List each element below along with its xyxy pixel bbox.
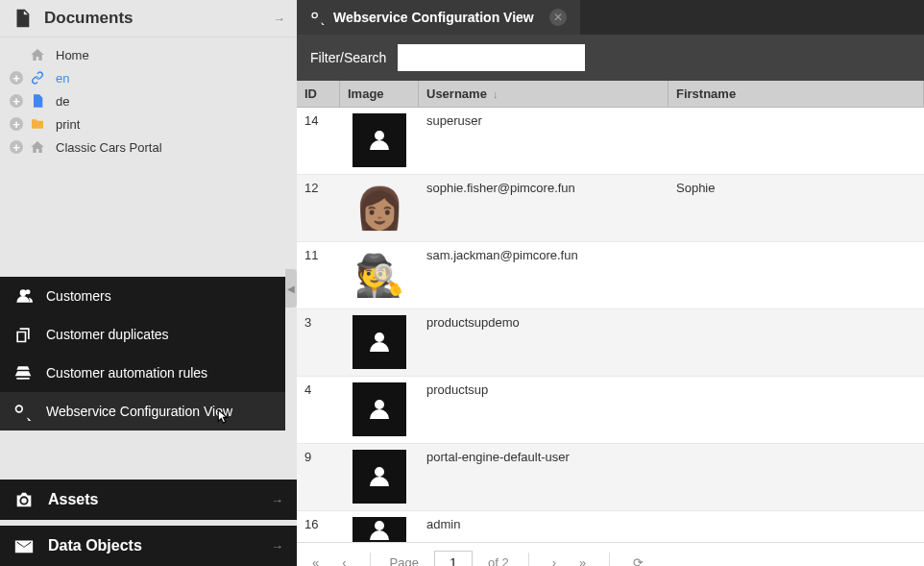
assets-title: Assets [48,491,257,508]
table-row[interactable]: 11 🕵️ sam.jackman@pimcore.fun [297,242,924,309]
tree-expander[interactable]: + [10,94,23,108]
tree-item-label: Home [56,48,89,62]
cell-id: 12 [297,175,340,241]
home-icon [29,138,46,156]
table-header: ID Image Username↓ Firstname [297,81,924,108]
sidebar-item-webservice[interactable]: Webservice Configuration View [0,392,285,431]
table-row[interactable]: 3 productsupdemo [297,309,924,377]
search-input[interactable] [398,44,585,71]
cell-username: portal-engine-default-user [419,444,669,510]
last-page-button[interactable]: » [575,554,590,567]
tree-expander[interactable]: + [10,117,23,131]
avatar [353,113,406,167]
document-icon [12,8,33,29]
tree-expander[interactable]: + [10,71,23,85]
assets-panel-header[interactable]: Assets → [0,480,297,520]
cell-firstname [669,444,924,510]
sidebar-collapse-handle[interactable]: ◀ [285,269,297,308]
tree-item-label: Classic Cars Portal [56,140,162,155]
cell-username: admin [419,511,669,542]
page-input[interactable] [434,551,473,566]
table-row[interactable]: 16 admin [297,511,924,542]
cell-firstname [669,108,924,174]
sidebar-item-automation[interactable]: Customer automation rules [0,354,285,392]
tree-item-de[interactable]: + de [10,89,287,112]
data-objects-title: Data Objects [48,537,257,554]
cell-image [340,511,419,542]
cell-image [340,108,419,174]
arrow-right-icon[interactable]: → [271,493,283,507]
cell-id: 9 [297,444,340,510]
sidebar-item-label: Webservice Configuration View [46,404,232,419]
link-icon [29,69,46,86]
folder-icon [29,115,46,133]
avatar: 🕵️ [353,248,406,302]
next-page-button[interactable]: › [548,554,560,567]
sidebar-dark-menu: Customers Customer duplicates Customer a… [0,277,285,431]
column-header-id[interactable]: ID [297,81,340,107]
avatar [353,382,406,436]
sidebar-item-label: Customer duplicates [46,327,169,342]
tree-expander [10,48,23,62]
tree-item-label: de [56,94,69,109]
cell-username: sam.jackman@pimcore.fun [419,242,669,308]
prev-page-button[interactable]: ‹ [338,554,350,567]
sidebar-item-duplicates[interactable]: Customer duplicates [0,315,285,354]
cell-image [340,444,419,510]
sort-desc-icon: ↓ [493,88,498,100]
tree-item-label: print [56,117,80,132]
separator [528,553,529,566]
cell-image: 👩🏽 [340,175,419,241]
close-icon[interactable]: ✕ [549,9,567,26]
cell-id: 14 [297,108,340,174]
documents-tree: Home + en + de + print + Classic Cars Po… [0,37,297,170]
table-row[interactable]: 4 productsup [297,377,924,444]
duplicates-icon [13,325,33,344]
envelope-icon [13,535,35,556]
table-row[interactable]: 14 superuser [297,108,924,175]
cell-id: 11 [297,242,340,308]
camera-icon [13,489,35,510]
arrow-right-icon[interactable]: → [273,12,285,26]
first-page-button[interactable]: « [308,554,323,567]
avatar [353,517,406,542]
cell-firstname [669,309,924,376]
refresh-button[interactable]: ⟳ [629,554,647,567]
person-icon [365,462,394,491]
person-icon [365,395,394,424]
cell-image [340,377,419,443]
column-header-image[interactable]: Image [340,81,419,107]
cell-username: superuser [419,108,669,174]
column-header-firstname[interactable]: Firstname [669,81,924,107]
column-header-username[interactable]: Username↓ [419,81,669,107]
cell-id: 3 [297,309,340,376]
tree-item-en[interactable]: + en [10,66,287,89]
tab-webservice[interactable]: Webservice Configuration View ✕ [297,0,580,35]
tab-bar: Webservice Configuration View ✕ [297,0,924,35]
table-row[interactable]: 12 👩🏽 sophie.fisher@pimcore.fun Sophie [297,175,924,242]
sidebar-item-label: Customers [46,288,111,304]
cell-id: 4 [297,377,340,443]
automation-icon [13,363,33,382]
arrow-right-icon[interactable]: → [271,539,283,554]
documents-title: Documents [44,9,273,28]
table-row[interactable]: 9 portal-engine-default-user [297,444,924,511]
avatar: 👩🏽 [353,181,406,234]
filter-label: Filter/Search [310,50,386,65]
customers-icon [13,286,33,306]
tree-item-label: en [56,71,69,86]
tree-item-print[interactable]: + print [10,112,287,135]
documents-panel-header[interactable]: Documents → [0,0,297,37]
separator [609,553,610,566]
key-icon [310,10,326,25]
tree-item-home[interactable]: Home [10,43,287,66]
key-icon [13,402,33,421]
tree-item-classic-cars[interactable]: + Classic Cars Portal [10,135,287,159]
pager: « ‹ Page of 2 › » ⟳ [297,542,924,566]
data-objects-panel-header[interactable]: Data Objects → [0,526,297,566]
filter-bar: Filter/Search [297,35,924,81]
tree-expander[interactable]: + [10,140,23,154]
cell-username: productsup [419,377,669,443]
document-mini-icon [29,92,46,110]
sidebar-item-customers[interactable]: Customers [0,277,285,315]
